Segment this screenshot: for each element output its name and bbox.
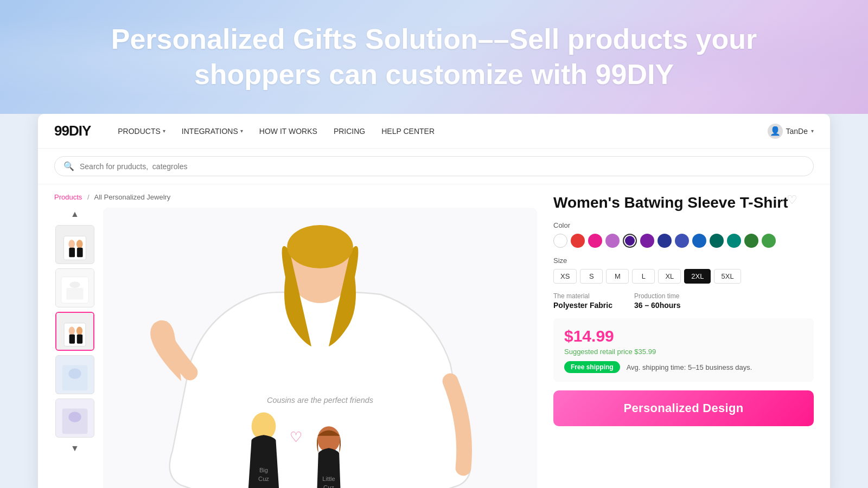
thumbnail-1[interactable]	[55, 225, 94, 264]
svg-point-8	[69, 281, 80, 288]
svg-rect-5	[77, 248, 83, 258]
search-bar: 🔍	[38, 149, 830, 184]
color-swatch-dark-blue[interactable]	[692, 234, 706, 248]
free-shipping-badge: Free shipping	[564, 361, 620, 373]
product-right: Women's Batwing Sleeve T-Shirt ♡ Color S…	[553, 193, 814, 487]
size-button-l[interactable]: L	[632, 269, 655, 284]
product-gallery: ▲	[54, 208, 537, 488]
shipping-row: Free shipping Avg. shipping time: 5–15 b…	[564, 361, 803, 373]
thumbnail-4[interactable]	[55, 355, 94, 394]
size-button-2xl[interactable]: 2XL	[684, 269, 711, 284]
size-button-5xl[interactable]: 5XL	[714, 269, 741, 284]
search-icon: 🔍	[63, 161, 74, 171]
chevron-down-icon: ▾	[240, 128, 243, 134]
breadcrumb-link[interactable]: Products	[54, 193, 82, 201]
svg-text:Cuz: Cuz	[323, 484, 334, 488]
size-label: Size	[553, 256, 814, 265]
color-swatch-light-purple[interactable]	[605, 234, 620, 248]
breadcrumb: Products / All Personalized Jewelry	[54, 193, 537, 201]
svg-point-25	[287, 225, 353, 268]
svg-text:Big: Big	[259, 467, 268, 473]
suggested-price: Suggested retail price $35.99	[564, 348, 803, 356]
pricing-box: $14.99 Suggested retail price $35.99 Fre…	[553, 318, 814, 382]
chevron-down-icon: ▾	[163, 128, 165, 134]
nav-links: PRODUCTS ▾ INTEGRATIONS ▾ HOW IT WORKS P…	[118, 127, 745, 136]
thumb-image-1	[56, 226, 94, 264]
color-swatch-indigo[interactable]	[675, 234, 689, 248]
nav-products[interactable]: PRODUCTS ▾	[118, 127, 165, 136]
color-swatch-dark-indigo[interactable]	[658, 234, 672, 248]
color-swatch-green-dark[interactable]	[744, 234, 758, 248]
color-swatch-teal[interactable]	[727, 234, 741, 248]
color-label: Color	[553, 221, 814, 229]
breadcrumb-current: All Personalized Jewelry	[94, 193, 170, 201]
specs-row: The material Polyester Fabric Production…	[553, 292, 814, 310]
product-price: $14.99	[564, 327, 803, 345]
search-wrapper[interactable]: 🔍	[54, 156, 814, 176]
app-container: 99DIY PRODUCTS ▾ INTEGRATIONS ▾ HOW IT W…	[38, 114, 830, 488]
shipping-time: Avg. shipping time: 5–15 business days.	[627, 363, 752, 371]
user-name: TanDe	[786, 127, 808, 136]
content-area: Products / All Personalized Jewelry ▲	[38, 184, 830, 488]
color-swatch-dark-purple-selected[interactable]	[623, 234, 637, 248]
color-swatch-white[interactable]	[553, 234, 567, 248]
thumb-prev-button[interactable]: ▲	[68, 208, 81, 221]
thumb-image-4	[56, 356, 94, 394]
search-input[interactable]	[80, 162, 805, 171]
svg-point-2	[68, 240, 75, 248]
user-avatar-icon: 👤	[768, 124, 783, 139]
hero-banner: Personalized Gifts Solution––Sell produc…	[0, 0, 868, 114]
personalized-design-button[interactable]: Personalized Design	[553, 390, 814, 426]
hero-title: Personalized Gifts Solution––Sell produc…	[111, 22, 757, 92]
material-value: Polyester Fabric	[553, 301, 612, 310]
svg-point-21	[68, 412, 81, 422]
thumb-image-2	[56, 269, 94, 307]
svg-rect-15	[77, 335, 82, 344]
thumbnail-3[interactable]	[55, 312, 94, 351]
thumbnails: ▲	[54, 208, 95, 488]
color-swatch-red[interactable]	[571, 234, 585, 248]
production-label: Production time	[634, 292, 681, 300]
material-label: The material	[553, 292, 612, 300]
wishlist-button[interactable]: ♡	[787, 193, 797, 207]
breadcrumb-separator: /	[87, 193, 90, 201]
svg-text:Cuz: Cuz	[258, 476, 269, 482]
thumb-image-5	[56, 399, 94, 437]
nav-help-center[interactable]: HELP CENTER	[381, 127, 435, 136]
production-value: 36 – 60hours	[634, 301, 681, 310]
thumbnail-5[interactable]	[55, 399, 94, 438]
size-button-m[interactable]: M	[606, 269, 629, 284]
thumbnail-2[interactable]	[55, 268, 94, 307]
navbar: 99DIY PRODUCTS ▾ INTEGRATIONS ▾ HOW IT W…	[38, 114, 830, 149]
color-swatch-teal-dark[interactable]	[710, 234, 724, 248]
nav-pricing[interactable]: PRICING	[334, 127, 365, 136]
svg-rect-9	[66, 288, 83, 299]
size-button-xl[interactable]: XL	[658, 269, 681, 284]
size-button-s[interactable]: S	[580, 269, 603, 284]
material-spec: The material Polyester Fabric	[553, 292, 612, 310]
thumb-next-button[interactable]: ▼	[68, 442, 81, 455]
nav-integrations[interactable]: INTEGRATIONS ▾	[182, 127, 243, 136]
user-menu[interactable]: 👤 TanDe ▾	[768, 124, 814, 139]
color-swatch-green[interactable]	[762, 234, 776, 248]
logo[interactable]: 99DIY	[54, 123, 91, 139]
chevron-down-icon: ▾	[811, 128, 814, 134]
svg-point-18	[68, 368, 81, 378]
size-options: XSSMLXL2XL5XL	[553, 269, 814, 284]
production-spec: Production time 36 – 60hours	[634, 292, 681, 310]
main-product-image: Big Cuz Carly	[103, 208, 537, 488]
svg-point-4	[76, 240, 83, 248]
color-swatch-purple[interactable]	[640, 234, 654, 248]
color-section: Color	[553, 221, 814, 248]
product-title: Women's Batwing Sleeve T-Shirt	[553, 193, 814, 213]
svg-rect-13	[69, 335, 75, 344]
svg-text:♡: ♡	[290, 429, 302, 445]
product-header: Women's Batwing Sleeve T-Shirt ♡	[553, 193, 814, 213]
svg-rect-3	[69, 248, 75, 258]
color-swatch-pink[interactable]	[588, 234, 602, 248]
svg-point-12	[69, 327, 75, 335]
product-left: Products / All Personalized Jewelry ▲	[54, 193, 537, 487]
nav-how-it-works[interactable]: HOW IT WORKS	[259, 127, 317, 136]
svg-text:Little: Little	[322, 476, 335, 482]
size-button-xs[interactable]: XS	[553, 269, 577, 284]
